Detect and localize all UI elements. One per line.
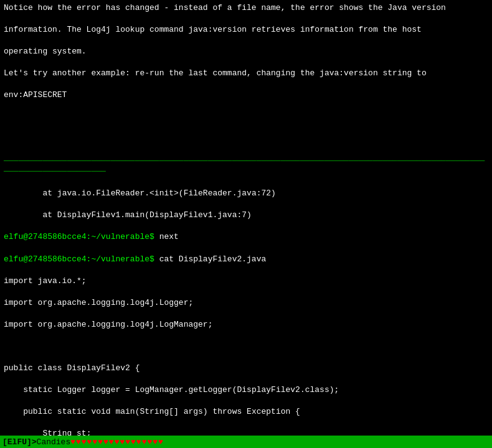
terminal-output[interactable]: Notice how the error has changed - inste… xyxy=(0,0,492,436)
status-progress-bar: ♥♥♥♥♥♥♥♥♥♥♥♥♥♥♥♥♥ xyxy=(70,437,164,447)
status-bracket-left: [ElFU]> xyxy=(2,437,37,447)
status-candies-label: Candies xyxy=(37,437,71,447)
status-bar: [ElFU]> Candies ♥♥♥♥♥♥♥♥♥♥♥♥♥♥♥♥♥ xyxy=(0,436,492,448)
